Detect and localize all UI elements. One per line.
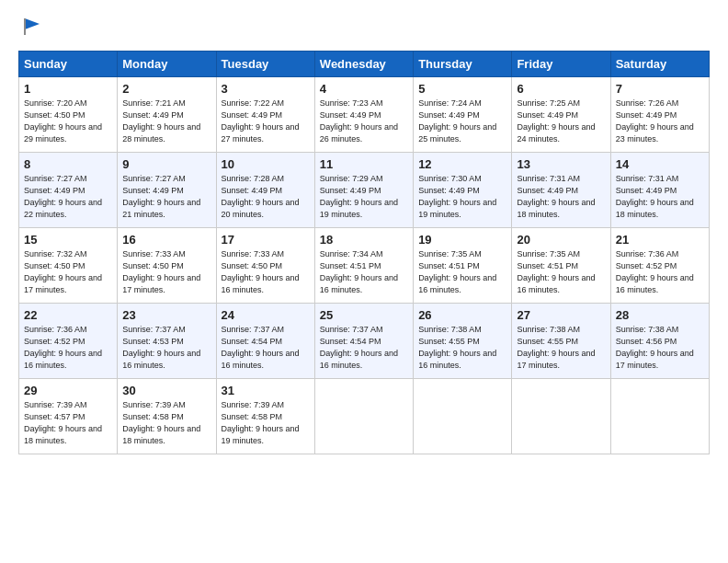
calendar-cell: 10Sunrise: 7:28 AMSunset: 4:49 PMDayligh… (216, 153, 314, 228)
calendar-cell: 30Sunrise: 7:39 AMSunset: 4:58 PMDayligh… (118, 379, 216, 454)
calendar-cell: 15Sunrise: 7:32 AMSunset: 4:50 PMDayligh… (19, 228, 118, 304)
calendar-cell: 28Sunrise: 7:38 AMSunset: 4:56 PMDayligh… (610, 304, 709, 379)
day-info: Sunrise: 7:25 AMSunset: 4:49 PMDaylight:… (517, 98, 595, 144)
logo (18, 17, 41, 41)
page: SundayMondayTuesdayWednesdayThursdayFrid… (0, 0, 728, 464)
col-header-thursday: Thursday (414, 52, 512, 77)
col-header-tuesday: Tuesday (216, 52, 314, 77)
day-info: Sunrise: 7:37 AMSunset: 4:54 PMDaylight:… (222, 325, 300, 370)
calendar-week-5: 29Sunrise: 7:39 AMSunset: 4:57 PMDayligh… (19, 379, 710, 454)
day-info: Sunrise: 7:35 AMSunset: 4:51 PMDaylight:… (418, 249, 496, 294)
day-info: Sunrise: 7:27 AMSunset: 4:49 PMDaylight:… (24, 174, 102, 219)
day-number: 9 (122, 157, 210, 171)
day-info: Sunrise: 7:21 AMSunset: 4:49 PMDaylight:… (122, 98, 200, 144)
header (18, 17, 710, 41)
calendar-cell: 16Sunrise: 7:33 AMSunset: 4:50 PMDayligh… (118, 228, 216, 304)
calendar-cell: 18Sunrise: 7:34 AMSunset: 4:51 PMDayligh… (314, 228, 413, 304)
calendar-table: SundayMondayTuesdayWednesdayThursdayFrid… (18, 51, 710, 454)
day-number: 28 (616, 308, 704, 322)
calendar-cell: 1Sunrise: 7:20 AMSunset: 4:50 PMDaylight… (19, 77, 118, 153)
calendar-cell: 19Sunrise: 7:35 AMSunset: 4:51 PMDayligh… (414, 228, 512, 304)
day-number: 13 (517, 157, 605, 171)
day-number: 12 (418, 157, 506, 171)
day-info: Sunrise: 7:35 AMSunset: 4:51 PMDaylight:… (517, 249, 595, 294)
calendar-cell: 27Sunrise: 7:38 AMSunset: 4:55 PMDayligh… (512, 304, 610, 379)
calendar-cell: 8Sunrise: 7:27 AMSunset: 4:49 PMDaylight… (19, 153, 118, 228)
calendar-cell: 12Sunrise: 7:30 AMSunset: 4:49 PMDayligh… (414, 153, 512, 228)
day-number: 5 (418, 82, 506, 96)
day-number: 15 (24, 233, 112, 247)
calendar-week-2: 8Sunrise: 7:27 AMSunset: 4:49 PMDaylight… (19, 153, 710, 228)
calendar-cell: 13Sunrise: 7:31 AMSunset: 4:49 PMDayligh… (512, 153, 610, 228)
day-number: 7 (616, 82, 704, 96)
day-number: 31 (222, 384, 310, 397)
day-number: 25 (320, 308, 408, 322)
day-info: Sunrise: 7:34 AMSunset: 4:51 PMDaylight:… (320, 249, 398, 294)
day-info: Sunrise: 7:26 AMSunset: 4:49 PMDaylight:… (616, 98, 694, 144)
day-number: 14 (616, 157, 704, 171)
day-info: Sunrise: 7:27 AMSunset: 4:49 PMDaylight:… (122, 174, 200, 219)
day-number: 29 (24, 384, 112, 397)
col-header-wednesday: Wednesday (314, 52, 413, 77)
calendar-cell: 11Sunrise: 7:29 AMSunset: 4:49 PMDayligh… (314, 153, 413, 228)
col-header-sunday: Sunday (19, 52, 118, 77)
day-info: Sunrise: 7:38 AMSunset: 4:56 PMDaylight:… (616, 325, 694, 370)
calendar-cell: 7Sunrise: 7:26 AMSunset: 4:49 PMDaylight… (610, 77, 709, 153)
calendar-cell (610, 379, 709, 454)
calendar-cell: 2Sunrise: 7:21 AMSunset: 4:49 PMDaylight… (118, 77, 216, 153)
col-header-friday: Friday (512, 52, 610, 77)
day-info: Sunrise: 7:38 AMSunset: 4:55 PMDaylight:… (517, 325, 595, 370)
day-info: Sunrise: 7:39 AMSunset: 4:57 PMDaylight:… (24, 400, 102, 445)
calendar-cell: 5Sunrise: 7:24 AMSunset: 4:49 PMDaylight… (414, 77, 512, 153)
calendar-cell: 14Sunrise: 7:31 AMSunset: 4:49 PMDayligh… (610, 153, 709, 228)
day-info: Sunrise: 7:39 AMSunset: 4:58 PMDaylight:… (222, 400, 300, 445)
day-number: 2 (122, 82, 210, 96)
calendar-week-1: 1Sunrise: 7:20 AMSunset: 4:50 PMDaylight… (19, 77, 710, 153)
calendar-cell: 20Sunrise: 7:35 AMSunset: 4:51 PMDayligh… (512, 228, 610, 304)
day-info: Sunrise: 7:24 AMSunset: 4:49 PMDaylight:… (418, 98, 496, 144)
calendar-cell: 31Sunrise: 7:39 AMSunset: 4:58 PMDayligh… (216, 379, 314, 454)
day-info: Sunrise: 7:37 AMSunset: 4:53 PMDaylight:… (122, 325, 200, 370)
calendar-cell: 21Sunrise: 7:36 AMSunset: 4:52 PMDayligh… (610, 228, 709, 304)
col-header-saturday: Saturday (610, 52, 709, 77)
day-number: 30 (122, 384, 210, 397)
col-header-monday: Monday (118, 52, 216, 77)
day-number: 8 (24, 157, 112, 171)
day-info: Sunrise: 7:38 AMSunset: 4:55 PMDaylight:… (418, 325, 496, 370)
day-number: 17 (222, 233, 310, 247)
day-info: Sunrise: 7:28 AMSunset: 4:49 PMDaylight:… (222, 174, 300, 219)
day-number: 16 (122, 233, 210, 247)
calendar-cell (414, 379, 512, 454)
day-info: Sunrise: 7:20 AMSunset: 4:50 PMDaylight:… (24, 98, 102, 144)
logo-flag-icon (21, 17, 41, 37)
calendar-cell (314, 379, 413, 454)
svg-rect-1 (24, 18, 26, 35)
day-number: 10 (222, 157, 310, 171)
day-number: 24 (222, 308, 310, 322)
calendar-cell: 6Sunrise: 7:25 AMSunset: 4:49 PMDaylight… (512, 77, 610, 153)
calendar-cell (512, 379, 610, 454)
day-info: Sunrise: 7:31 AMSunset: 4:49 PMDaylight:… (517, 174, 595, 219)
day-number: 11 (320, 157, 408, 171)
day-number: 1 (24, 82, 112, 96)
day-info: Sunrise: 7:22 AMSunset: 4:49 PMDaylight:… (222, 98, 300, 144)
day-number: 27 (517, 308, 605, 322)
day-number: 23 (122, 308, 210, 322)
day-info: Sunrise: 7:30 AMSunset: 4:49 PMDaylight:… (418, 174, 496, 219)
svg-marker-0 (25, 18, 40, 29)
calendar-cell: 24Sunrise: 7:37 AMSunset: 4:54 PMDayligh… (216, 304, 314, 379)
day-info: Sunrise: 7:32 AMSunset: 4:50 PMDaylight:… (24, 249, 102, 294)
day-number: 18 (320, 233, 408, 247)
day-info: Sunrise: 7:23 AMSunset: 4:49 PMDaylight:… (320, 98, 398, 144)
day-number: 20 (517, 233, 605, 247)
calendar-cell: 4Sunrise: 7:23 AMSunset: 4:49 PMDaylight… (314, 77, 413, 153)
day-info: Sunrise: 7:36 AMSunset: 4:52 PMDaylight:… (616, 249, 694, 294)
day-info: Sunrise: 7:39 AMSunset: 4:58 PMDaylight:… (122, 400, 200, 445)
day-info: Sunrise: 7:36 AMSunset: 4:52 PMDaylight:… (24, 325, 102, 370)
calendar-cell: 9Sunrise: 7:27 AMSunset: 4:49 PMDaylight… (118, 153, 216, 228)
calendar-cell: 25Sunrise: 7:37 AMSunset: 4:54 PMDayligh… (314, 304, 413, 379)
day-info: Sunrise: 7:31 AMSunset: 4:49 PMDaylight:… (616, 174, 694, 219)
day-number: 3 (222, 82, 310, 96)
day-number: 26 (418, 308, 506, 322)
day-info: Sunrise: 7:33 AMSunset: 4:50 PMDaylight:… (222, 249, 300, 294)
